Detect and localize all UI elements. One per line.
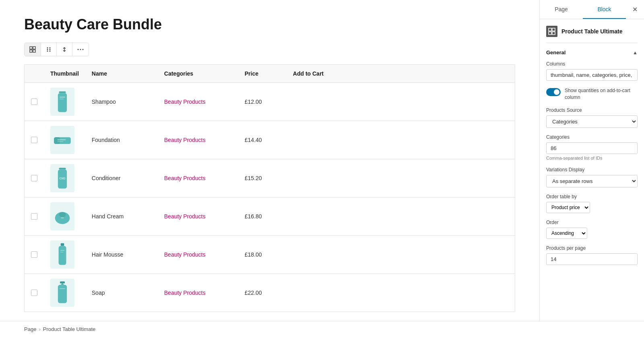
right-panel: Page Block ✕ Product Table Ultimate xyxy=(539,0,644,321)
svg-marker-32 xyxy=(61,284,64,285)
order-select[interactable]: Ascending Descending xyxy=(546,228,587,239)
svg-point-7 xyxy=(50,49,51,50)
row-category-cell: Beauty Products xyxy=(158,236,238,274)
category-link[interactable]: Beauty Products xyxy=(164,175,206,181)
per-page-input[interactable] xyxy=(546,253,638,265)
svg-rect-29 xyxy=(60,250,64,251)
table-view-button[interactable] xyxy=(25,43,41,56)
row-category-cell: Beauty Products xyxy=(158,83,238,121)
row-thumbnail-cell xyxy=(44,274,85,312)
row-checkbox-cell xyxy=(25,159,44,197)
general-chevron-icon: ▲ xyxy=(633,50,638,55)
categories-input[interactable] xyxy=(546,142,638,154)
row-name-cell: Shampoo xyxy=(85,83,158,121)
product-thumbnail xyxy=(50,126,74,154)
col-header-name: Name xyxy=(85,65,158,83)
svg-point-9 xyxy=(50,51,51,52)
block-title-text: Product Table Ultimate xyxy=(561,28,622,35)
row-price-cell: £14.40 xyxy=(238,121,287,159)
tab-page[interactable]: Page xyxy=(540,0,583,19)
panel-block-header: Product Table Ultimate xyxy=(546,26,638,43)
svg-rect-2 xyxy=(30,50,32,52)
per-page-label: Products per page xyxy=(546,245,638,251)
svg-point-12 xyxy=(83,49,84,50)
category-link[interactable]: Beauty Products xyxy=(164,213,206,220)
svg-rect-19 xyxy=(58,139,66,140)
row-price-cell: £15.20 xyxy=(238,159,287,197)
variations-display-field: Variations Display As separate rows Inli… xyxy=(546,167,638,187)
row-name-cell: Conditioner xyxy=(85,159,158,197)
table-row: CND Conditioner Beauty Products £15.20 xyxy=(25,159,515,197)
svg-rect-37 xyxy=(549,32,551,35)
svg-rect-13 xyxy=(59,91,66,93)
more-options-button[interactable] xyxy=(72,43,89,56)
row-thumbnail-cell xyxy=(44,83,85,121)
table-row: Shampoo Beauty Products £12.00 xyxy=(25,83,515,121)
breadcrumb: Page › Product Table Ultimate xyxy=(0,321,644,337)
svg-rect-27 xyxy=(61,243,64,246)
category-link[interactable]: Beauty Products xyxy=(164,251,206,258)
col-header-thumbnail: Thumbnail xyxy=(44,65,85,83)
category-link[interactable]: Beauty Products xyxy=(164,99,206,105)
block-toolbar xyxy=(24,43,89,56)
variations-label: Variations Display xyxy=(546,167,638,173)
category-link[interactable]: Beauty Products xyxy=(164,137,206,143)
tab-block[interactable]: Block xyxy=(583,0,626,19)
row-name-cell: Hair Mousse xyxy=(85,236,158,274)
svg-point-8 xyxy=(47,51,48,52)
move-button[interactable] xyxy=(57,43,72,56)
category-link[interactable]: Beauty Products xyxy=(164,290,206,296)
svg-point-11 xyxy=(80,49,81,50)
columns-field: Columns xyxy=(546,61,638,81)
row-checkbox[interactable] xyxy=(31,290,37,296)
row-cart-cell xyxy=(287,121,515,159)
general-section-header[interactable]: General ▲ xyxy=(546,49,638,55)
row-checkbox[interactable] xyxy=(31,175,37,181)
row-checkbox-cell xyxy=(25,236,44,274)
svg-rect-38 xyxy=(552,32,555,35)
order-field: Order Ascending Descending xyxy=(546,220,638,239)
svg-rect-0 xyxy=(30,47,32,49)
row-cart-cell xyxy=(287,236,515,274)
svg-rect-16 xyxy=(60,99,64,99)
row-checkbox[interactable] xyxy=(31,251,37,258)
svg-point-5 xyxy=(50,47,51,49)
block-icon xyxy=(546,26,557,37)
svg-rect-21 xyxy=(59,168,66,169)
product-thumbnail xyxy=(50,279,74,307)
categories-field: Categories Comma-separated list of IDs xyxy=(546,134,638,160)
row-checkbox[interactable] xyxy=(31,137,37,143)
table-row: Soap Beauty Products £22.00 xyxy=(25,274,515,312)
svg-point-25 xyxy=(59,212,66,217)
row-cart-cell xyxy=(287,274,515,312)
svg-rect-20 xyxy=(58,141,64,142)
table-row: Hand Cream Beauty Products £16.80 xyxy=(25,197,515,236)
breadcrumb-page[interactable]: Page xyxy=(24,326,36,332)
svg-rect-26 xyxy=(61,218,64,219)
row-checkbox[interactable] xyxy=(31,213,37,220)
order-table-select[interactable]: Product price Name Date ID xyxy=(546,202,590,213)
svg-rect-36 xyxy=(552,28,555,31)
row-name-cell: Soap xyxy=(85,274,158,312)
row-checkbox-cell xyxy=(25,83,44,121)
close-panel-button[interactable]: ✕ xyxy=(626,0,644,19)
row-cart-cell xyxy=(287,159,515,197)
col-header-cart: Add to Cart xyxy=(287,65,515,83)
products-source-label: Products Source xyxy=(546,107,638,113)
order-table-label: Order table by xyxy=(546,194,638,199)
drag-handle-button[interactable] xyxy=(41,43,57,56)
columns-input[interactable] xyxy=(546,69,638,81)
row-price-cell: £18.00 xyxy=(238,236,287,274)
products-source-select[interactable]: Categories All Products Tags IDs xyxy=(546,115,638,128)
row-category-cell: Beauty Products xyxy=(158,274,238,312)
table-row: Hair Mousse Beauty Products £18.00 xyxy=(25,236,515,274)
variations-select[interactable]: As separate rows Inline Hidden xyxy=(546,175,638,187)
svg-rect-15 xyxy=(60,97,65,98)
show-quantities-toggle[interactable] xyxy=(546,88,561,96)
row-checkbox[interactable] xyxy=(31,99,37,105)
svg-rect-34 xyxy=(60,288,65,289)
row-checkbox-cell xyxy=(25,197,44,236)
general-label: General xyxy=(546,49,566,55)
row-price-cell: £22.00 xyxy=(238,274,287,312)
row-category-cell: Beauty Products xyxy=(158,197,238,236)
